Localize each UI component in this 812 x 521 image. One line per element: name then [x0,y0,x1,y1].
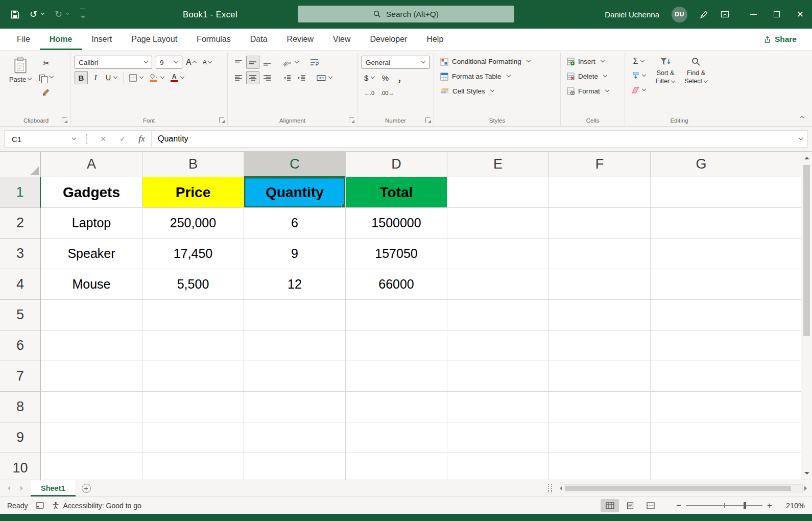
cell-B7[interactable] [142,361,244,392]
bold-button[interactable]: B [75,71,88,84]
row-header-9[interactable]: 9 [0,422,41,453]
delete-cells-button[interactable]: Delete [565,69,620,83]
cell-A6[interactable] [41,330,142,361]
clear-button[interactable] [629,83,649,97]
cell-D5[interactable] [346,300,447,330]
cell-A10[interactable] [41,453,142,480]
cell-E9[interactable] [447,422,549,453]
cell-D3[interactable]: 157050 [346,239,447,269]
zoom-in-button[interactable]: + [767,501,772,511]
cell-E2[interactable] [447,208,549,239]
cell-C9[interactable] [244,422,346,453]
number-dialog-launcher[interactable] [425,117,431,123]
cell-D8[interactable] [346,392,447,422]
cell-F4[interactable] [549,269,651,300]
ink-pen-button[interactable] [700,10,708,19]
vertical-scrollbar-thumb[interactable] [803,165,810,336]
clipboard-dialog-launcher[interactable] [62,117,67,123]
center-button[interactable] [246,71,259,84]
percent-style-button[interactable]: % [378,71,392,84]
normal-view-button[interactable] [601,499,619,512]
font-dialog-launcher[interactable] [219,117,224,123]
undo-button[interactable]: ↺ [27,7,47,21]
maximize-button[interactable] [765,0,789,29]
select-all-button[interactable] [0,152,41,177]
cell-B3[interactable]: 17,450 [142,239,244,269]
cell-C2[interactable]: 6 [244,208,346,239]
bottom-align-button[interactable] [260,56,274,69]
accounting-format-button[interactable]: $ [362,71,377,84]
cell-E4[interactable] [447,269,549,300]
middle-align-button[interactable] [246,56,259,69]
cell-D6[interactable] [346,330,447,361]
merge-center-button[interactable] [314,71,335,84]
decrease-font-size-button[interactable]: A [200,56,214,69]
cell-C7[interactable] [244,361,346,392]
next-sheet-button[interactable] [15,480,31,496]
cell-G10[interactable] [651,453,752,480]
cell-D9[interactable] [346,422,447,453]
cell-A7[interactable] [41,361,142,392]
cell-B9[interactable] [142,422,244,453]
cell-F2[interactable] [549,208,651,239]
page-layout-view-button[interactable] [621,499,639,512]
enter-button[interactable]: ✓ [113,131,132,147]
column-header-B[interactable]: B [142,152,244,177]
copy-button[interactable] [37,70,56,84]
tab-formulas[interactable]: Formulas [187,29,241,50]
row-header-4[interactable]: 4 [0,269,41,300]
cell-A1[interactable]: Gadgets [41,177,142,208]
row-header-3[interactable]: 3 [0,239,41,269]
cell-F3[interactable] [549,239,651,269]
tab-page-layout[interactable]: Page Layout [122,29,187,50]
cell-C3[interactable]: 9 [244,239,346,269]
find-select-button[interactable]: Find & Select [682,54,710,97]
horizontal-scrollbar[interactable] [557,480,812,496]
font-color-button[interactable]: A [168,71,187,84]
format-cells-button[interactable]: Format [565,84,620,98]
row-header-5[interactable]: 5 [0,300,41,330]
fill-color-button[interactable] [147,71,167,84]
vertical-scrollbar[interactable] [801,152,812,480]
accessibility-status[interactable]: Accessibility: Good to go [52,502,141,510]
borders-button[interactable] [127,71,146,84]
alignment-dialog-launcher[interactable] [349,117,354,123]
cell-styles-button[interactable]: Cell Styles [438,84,556,98]
increase-indent-button[interactable] [295,71,308,84]
zoom-slider[interactable] [686,505,762,506]
horizontal-scrollbar-thumb[interactable] [565,486,791,491]
column-header-C[interactable]: C [244,152,346,177]
cell-B1[interactable]: Price [142,177,244,208]
column-header-A[interactable]: A [41,152,142,177]
increase-decimal-button[interactable]: ←.0 [362,86,377,100]
cell-D2[interactable]: 1500000 [346,208,447,239]
align-right-button[interactable] [260,71,274,84]
cell-B10[interactable] [142,453,244,480]
orientation-button[interactable]: ab [280,56,301,69]
decrease-decimal-button[interactable]: .00→ [378,86,396,100]
tab-developer[interactable]: Developer [360,29,417,50]
format-painter-button[interactable] [37,85,56,98]
tab-data[interactable]: Data [241,29,277,50]
scroll-down-icon[interactable] [804,472,809,477]
scroll-up-icon[interactable] [804,154,809,159]
column-header-D[interactable]: D [346,152,447,177]
font-size-combobox[interactable]: 9 [156,56,182,69]
conditional-formatting-button[interactable]: Conditional Formatting [438,55,556,68]
zoom-slider-thumb[interactable] [744,502,746,509]
cell-F6[interactable] [549,330,651,361]
cell-E6[interactable] [447,330,549,361]
save-icon[interactable] [8,8,22,21]
cell-F10[interactable] [549,453,651,480]
minimize-button[interactable] [742,0,765,29]
close-button[interactable]: × [789,0,812,29]
tab-file[interactable]: File [7,29,40,50]
sort-filter-button[interactable]: Sort & Filter [652,54,679,97]
cell-F8[interactable] [549,392,651,422]
column-header-F[interactable]: F [549,152,651,177]
page-break-view-button[interactable] [641,499,660,512]
tab-home[interactable]: Home [40,29,82,50]
tab-view[interactable]: View [323,29,360,50]
cell-E3[interactable] [447,239,549,269]
formula-bar-expand-button[interactable] [792,131,807,147]
